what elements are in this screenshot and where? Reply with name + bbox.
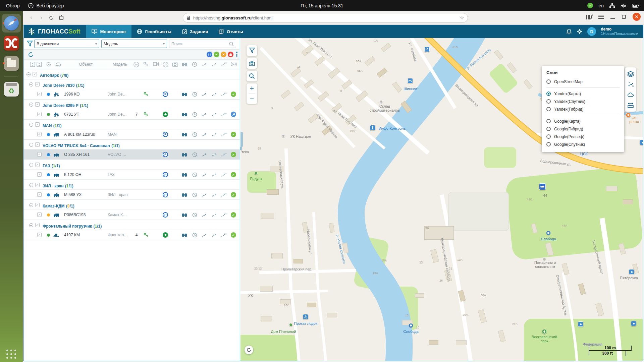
reload-button[interactable] xyxy=(46,13,56,23)
vehicle-checkbox[interactable]: ✓ xyxy=(37,233,42,237)
app-menu-button[interactable]: Веб-браузер xyxy=(28,3,64,8)
tree-group-row[interactable]: ✓ John Deere 8295 Р (1/1) xyxy=(24,99,240,109)
history-button[interactable] xyxy=(192,172,198,178)
clear-all-button[interactable]: ✕ xyxy=(221,52,226,57)
layer-option[interactable]: Yandex(Карта) xyxy=(546,90,620,98)
confirm-all-button[interactable]: ✓ xyxy=(214,52,219,57)
track-24h-button[interactable]: 24 xyxy=(221,192,227,198)
vehicle-map-marker[interactable] xyxy=(539,183,546,190)
motion-status-icon[interactable]: P xyxy=(163,172,168,177)
zoom-out-button[interactable]: − xyxy=(247,94,257,104)
history-button[interactable] xyxy=(192,132,198,137)
track-dashed-button[interactable] xyxy=(211,112,217,117)
vehicle-checkbox[interactable]: ✓ xyxy=(37,112,42,116)
vehicle-row[interactable]: ✓ 1996 КО John De… P 24 ✓ xyxy=(24,89,240,99)
collapse-all-icon[interactable] xyxy=(30,62,35,67)
group-checkbox[interactable]: ✓ xyxy=(35,142,40,147)
poi-marker[interactable] xyxy=(640,140,643,145)
motion-status-icon[interactable]: P xyxy=(163,232,168,238)
small-gray-poi-dot[interactable] xyxy=(543,258,546,260)
map-camera-button[interactable] xyxy=(247,58,257,69)
track-dashed-button[interactable] xyxy=(211,212,217,218)
group-checkbox[interactable]: ✓ xyxy=(35,102,40,107)
track-button[interactable] xyxy=(201,232,207,238)
zoom-in-button[interactable]: + xyxy=(247,83,257,94)
library-icon[interactable] xyxy=(586,14,592,19)
vehicle-checkbox[interactable]: ✓ xyxy=(37,172,42,177)
collapse-toggle[interactable] xyxy=(29,223,33,227)
tree-root-row[interactable]: ✓ Автопарк (7/8) xyxy=(24,69,240,79)
track-button[interactable] xyxy=(201,192,207,198)
history-button[interactable] xyxy=(192,212,198,218)
collapse-toggle[interactable] xyxy=(29,103,33,107)
collapse-toggle[interactable] xyxy=(29,183,33,187)
layer-option[interactable]: Yandex(Гибрид) xyxy=(546,105,620,113)
vehicle-checkbox[interactable]: ✓ xyxy=(37,132,42,136)
group-checkbox[interactable]: ✓ xyxy=(35,163,40,167)
binoculars-button[interactable] xyxy=(181,92,187,97)
group-checkbox[interactable]: ✓ xyxy=(35,122,40,127)
binoculars-button[interactable] xyxy=(181,172,187,178)
track-24h-button[interactable]: 24 xyxy=(221,132,227,137)
gray-poi-dot[interactable] xyxy=(282,134,285,137)
more-menu-button[interactable] xyxy=(236,52,237,57)
network-icon[interactable] xyxy=(609,3,615,8)
park-poi-marker[interactable] xyxy=(542,329,547,334)
motion-status-icon[interactable]: P xyxy=(163,152,168,157)
vehicle-row[interactable]: ✓ 4197 КМ Фронтал… 4 P 24 ✓ xyxy=(24,230,240,240)
track-dashed-button[interactable] xyxy=(211,192,217,198)
binoculars-button[interactable] xyxy=(181,192,187,198)
collapse-toggle[interactable] xyxy=(29,203,33,207)
dock-browser-item[interactable] xyxy=(2,14,21,33)
history-button[interactable] xyxy=(192,92,198,97)
binoculars-button[interactable] xyxy=(181,232,187,238)
volume-muted-icon[interactable] xyxy=(621,3,627,8)
dock-trash-item[interactable]: ♻ xyxy=(2,80,21,99)
refresh-icon[interactable] xyxy=(28,52,34,58)
layer-option[interactable]: Yandex(Спутник) xyxy=(546,98,620,105)
gray-poi-dot[interactable] xyxy=(380,100,383,103)
bookmark-star-icon[interactable]: ☆ xyxy=(460,15,464,21)
poi-marker[interactable] xyxy=(631,321,636,326)
forward-button[interactable]: › xyxy=(36,13,46,23)
collapse-toggle[interactable] xyxy=(29,123,33,127)
flag-marker[interactable] xyxy=(424,47,430,52)
close-button[interactable]: ✕ xyxy=(633,13,641,21)
poi-marker[interactable] xyxy=(629,269,634,275)
track-24h-button[interactable]: 24 xyxy=(221,212,227,218)
show-applications-button[interactable] xyxy=(6,350,16,359)
route-button[interactable]: AB xyxy=(625,79,636,89)
tree-group-row[interactable]: ✓ VOLVO FM TRUCK 8x4 - Самосвал (1/1) xyxy=(24,139,240,149)
vehicle-checkbox[interactable]: ✓ xyxy=(37,213,42,217)
clock[interactable]: Пт, 15 апреля 15:31 xyxy=(301,3,343,8)
measure-button[interactable] xyxy=(625,100,636,110)
cafe-poi-marker[interactable] xyxy=(626,113,631,118)
track-button[interactable] xyxy=(201,112,207,117)
vehicle-row[interactable]: ✓ Р086ВС193 Камаз-К… P 24 ✓ xyxy=(24,210,240,220)
motion-status-icon[interactable]: P xyxy=(163,112,168,117)
collapse-toggle[interactable] xyxy=(29,82,33,86)
panel-resize-handle[interactable] xyxy=(240,132,243,147)
green-poi-dot[interactable] xyxy=(289,323,292,326)
new-tab-button[interactable] xyxy=(56,13,66,23)
weather-button[interactable] xyxy=(625,89,636,100)
expand-all-icon[interactable] xyxy=(37,62,42,67)
motion-status-icon[interactable]: P xyxy=(163,212,168,218)
track-24h-button[interactable]: 24 xyxy=(221,92,227,97)
settings-gear-icon[interactable] xyxy=(577,28,583,35)
track-24h-button[interactable]: 24 xyxy=(221,112,227,117)
pause-updates-button[interactable] xyxy=(207,52,212,57)
transit-stop-marker[interactable] xyxy=(546,231,550,235)
tree-group-row[interactable]: ✓ Фронтальный погрузчик (1/1) xyxy=(24,220,240,230)
url-bar[interactable]: https://hosting.glonasssoft.ru/client.ht… xyxy=(183,13,468,22)
info-poi-marker[interactable] xyxy=(370,125,375,130)
motion-status-icon[interactable]: P xyxy=(163,192,168,197)
binoculars-button[interactable] xyxy=(181,152,187,158)
poi-marker[interactable] xyxy=(578,321,583,327)
track-24h-button[interactable]: 24 xyxy=(221,232,227,238)
green-poi-dot[interactable] xyxy=(254,172,258,175)
vehicle-checkbox[interactable]: ✓ xyxy=(37,92,42,96)
track-dashed-button[interactable] xyxy=(211,92,217,97)
minimize-button[interactable] xyxy=(610,18,615,19)
binoculars-button[interactable] xyxy=(181,212,187,218)
